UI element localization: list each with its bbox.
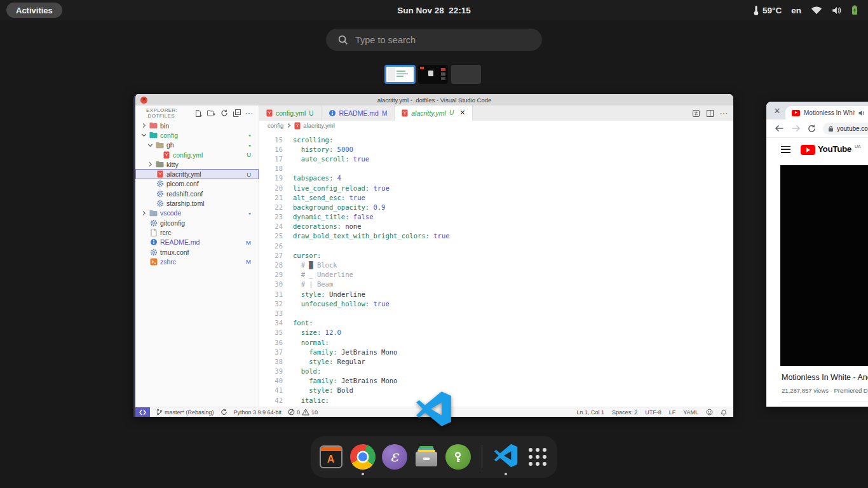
problems-status[interactable]: 0 10: [288, 409, 318, 416]
line-number: 24: [259, 222, 283, 230]
encoding-status[interactable]: UTF-8: [645, 409, 661, 416]
breadcrumb-file[interactable]: alacritty.yml: [303, 122, 334, 129]
code-line-30: 30 # | Beam: [259, 280, 733, 289]
file-tree-item-README.md[interactable]: README.mdM: [135, 238, 259, 247]
mini-line: [397, 73, 408, 74]
cursor-position-status[interactable]: Ln 1, Col 1: [577, 409, 605, 416]
line-number: 17: [259, 155, 283, 163]
youtube-logo[interactable]: YouTube UA: [801, 144, 861, 155]
git-sync-button[interactable]: [220, 409, 227, 416]
file-tree-item-config[interactable]: config●: [135, 130, 259, 140]
mini-thumb: [441, 77, 445, 80]
dock-app-emacs[interactable]: ε: [382, 444, 407, 470]
line-number: 15: [259, 136, 283, 144]
open-changes-icon[interactable]: [692, 109, 700, 118]
dock-app-chrome[interactable]: [350, 444, 376, 470]
divider: [782, 402, 868, 402]
more-actions-icon[interactable]: ···: [245, 110, 254, 117]
file-name: tmux.conf: [160, 248, 189, 256]
menu-icon[interactable]: [781, 146, 790, 153]
dock-app-files[interactable]: [414, 444, 439, 470]
search-input[interactable]: Type to search: [326, 29, 542, 51]
dock-app-app-grid[interactable]: [525, 444, 550, 470]
back-icon[interactable]: [775, 125, 784, 132]
chrome-window[interactable]: ✕ Motionless In White - A youtube.com/wa…: [766, 102, 868, 407]
workspace-thumbnail-3[interactable]: [451, 65, 481, 84]
editor-tab-alacritty.yml[interactable]: alacritty.ymlU✕: [395, 105, 473, 121]
info-icon: [329, 109, 336, 117]
system-status-area[interactable]: 59°C en: [753, 0, 868, 20]
browser-tab[interactable]: Motionless In White - A: [785, 106, 868, 119]
folder-icon: [156, 160, 164, 168]
indentation-status[interactable]: Spaces: 2: [612, 409, 637, 416]
mini-figure: [428, 71, 433, 76]
vscode-window[interactable]: alacritty.yml - .dotfiles - Visual Studi…: [133, 94, 733, 417]
file-tree-item-kitty[interactable]: kitty: [135, 159, 259, 169]
vscode-app-icon[interactable]: [416, 391, 452, 427]
editor-tab-config.yml[interactable]: config.ymlU: [259, 105, 322, 121]
chevron-right-icon: [141, 123, 147, 128]
line-number: 19: [259, 174, 283, 182]
eol-status[interactable]: LF: [669, 409, 676, 416]
file-tree-item-gh[interactable]: gh●: [135, 140, 259, 150]
python-interpreter-status[interactable]: Python 3.9.9 64-bit: [234, 409, 282, 416]
new-file-icon[interactable]: [194, 109, 203, 118]
editor-tab-README.md[interactable]: README.mdM: [322, 105, 395, 121]
forward-icon[interactable]: [791, 125, 801, 132]
new-folder-icon[interactable]: [207, 109, 215, 118]
git-branch-status[interactable]: master* (Rebasing): [156, 409, 214, 416]
refresh-icon[interactable]: [220, 109, 228, 118]
feedback-button[interactable]: [706, 409, 713, 416]
dock-app-keys[interactable]: [445, 444, 471, 470]
gear-icon: [156, 200, 164, 208]
notifications-button[interactable]: [721, 409, 727, 416]
activities-button[interactable]: Activities: [6, 3, 62, 18]
clock[interactable]: Sun Nov 28 22:15: [397, 0, 471, 20]
top-bar: Activities Sun Nov 28 22:15 59°C en: [0, 0, 868, 20]
breadcrumb[interactable]: config alacritty.yml: [259, 121, 733, 130]
wifi-icon[interactable]: [811, 6, 822, 15]
dock-app-alacritty[interactable]: A: [318, 444, 344, 470]
file-tree-item-rcrc[interactable]: rcrc: [135, 227, 259, 237]
youtube-play-icon: [801, 145, 815, 155]
code-editor[interactable]: 15scrolling:16 history: 500017 auto_scro…: [259, 130, 733, 407]
git-status-badge: ●: [248, 143, 259, 147]
language-mode-status[interactable]: YAML: [683, 409, 698, 416]
mini-sidebar: [388, 68, 395, 81]
file-tree-item-tmux.conf[interactable]: tmux.conf: [135, 247, 259, 257]
workspace-thumbnail-1-active[interactable]: [384, 65, 416, 84]
remote-indicator[interactable]: [135, 407, 150, 417]
address-bar[interactable]: youtube.com/wa: [823, 123, 868, 135]
collapse-all-icon[interactable]: [233, 109, 241, 118]
battery-icon[interactable]: [851, 5, 858, 15]
breadcrumb-folder[interactable]: config: [268, 122, 283, 129]
thermometer-icon: [753, 5, 759, 16]
split-editor-icon[interactable]: [706, 109, 714, 118]
close-window-button[interactable]: ✕: [772, 105, 782, 116]
file-tree-item-alacritty.yml[interactable]: alacritty.ymlU: [135, 169, 259, 179]
close-window-button[interactable]: ✕: [140, 97, 147, 104]
file-tree-item-bin[interactable]: bin: [135, 121, 259, 130]
mini-logo: [420, 67, 424, 69]
chevron-right-icon: [147, 161, 153, 167]
file-tree-item-gitconfig[interactable]: gitconfig: [135, 218, 259, 227]
file-tree-item-zshrc[interactable]: zshrcM: [135, 257, 259, 266]
tab-audio-icon[interactable]: [858, 110, 865, 116]
file-icon: [149, 228, 158, 236]
video-title: Motionless In White - Anot: [782, 373, 868, 382]
reload-icon[interactable]: [808, 125, 816, 133]
volume-icon[interactable]: [832, 6, 842, 15]
video-player[interactable]: [780, 165, 868, 366]
close-tab-icon[interactable]: ✕: [459, 109, 465, 117]
keyboard-layout-indicator[interactable]: en: [791, 6, 801, 15]
file-tree-item-redshift.conf[interactable]: redshift.conf: [135, 189, 259, 198]
code-line-31: 31 style: Underline: [259, 289, 733, 299]
file-tree-item-vscode[interactable]: vscode●: [135, 208, 259, 218]
dock-app-vscode[interactable]: [493, 444, 519, 470]
file-tree-item-config.yml[interactable]: config.ymlU: [135, 150, 259, 159]
file-tree-item-starship.toml[interactable]: starship.toml: [135, 198, 259, 208]
vscode-title-bar[interactable]: alacritty.yml - .dotfiles - Visual Studi…: [135, 94, 733, 106]
more-actions-icon[interactable]: ···: [720, 110, 728, 117]
file-tree-item-picom.conf[interactable]: picom.conf: [135, 179, 259, 189]
workspace-thumbnail-2[interactable]: [418, 65, 448, 84]
